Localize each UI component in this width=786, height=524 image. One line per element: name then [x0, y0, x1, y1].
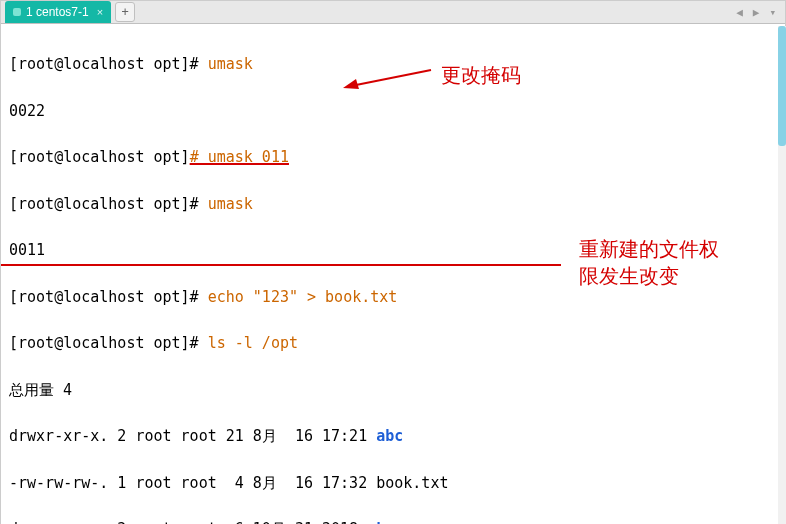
terminal-line: [root@localhost opt]# umask 011: [9, 146, 777, 169]
terminal-line: drwxr-xr-x. 2 root root 6 10月 31 2018 rh: [9, 518, 777, 524]
terminal-line: [root@localhost opt]# umask: [9, 193, 777, 216]
terminal-line: 总用量 4: [9, 379, 777, 402]
tab-nav-controls: ◀ ▶ ▾: [733, 6, 785, 19]
divider-line: [1, 264, 561, 266]
scrollbar-thumb[interactable]: [778, 26, 786, 146]
annotation-umask: 更改掩码: [441, 62, 521, 89]
tab-centos7[interactable]: 1 centos7-1 ×: [5, 1, 111, 23]
svg-marker-1: [343, 79, 359, 89]
tab-bar: 1 centos7-1 × + ◀ ▶ ▾: [1, 1, 785, 24]
nav-left-icon[interactable]: ◀: [733, 6, 746, 19]
new-tab-button[interactable]: +: [115, 2, 135, 22]
nav-right-icon[interactable]: ▶: [750, 6, 763, 19]
terminal-pane[interactable]: [root@localhost opt]# umask 0022 [root@l…: [1, 24, 785, 524]
terminal-line: drwxr-xr-x. 2 root root 21 8月 16 17:21 a…: [9, 425, 777, 448]
nav-menu-icon[interactable]: ▾: [766, 6, 779, 19]
terminal-line: [root@localhost opt]# ls -l /opt: [9, 332, 777, 355]
plus-icon: +: [122, 5, 129, 19]
annotation-perm: 重新建的文件权 限发生改变: [579, 236, 719, 290]
terminal-line: 0022: [9, 100, 777, 123]
app-window: 1 centos7-1 × + ◀ ▶ ▾ [root@localhost op…: [0, 0, 786, 524]
terminal-line: -rw-rw-rw-. 1 root root 4 8月 16 17:32 bo…: [9, 472, 777, 495]
tab-status-icon: [13, 8, 21, 16]
close-icon[interactable]: ×: [97, 6, 103, 18]
tab-label: 1 centos7-1: [26, 5, 89, 19]
terminal-line: [root@localhost opt]# umask: [9, 53, 777, 76]
